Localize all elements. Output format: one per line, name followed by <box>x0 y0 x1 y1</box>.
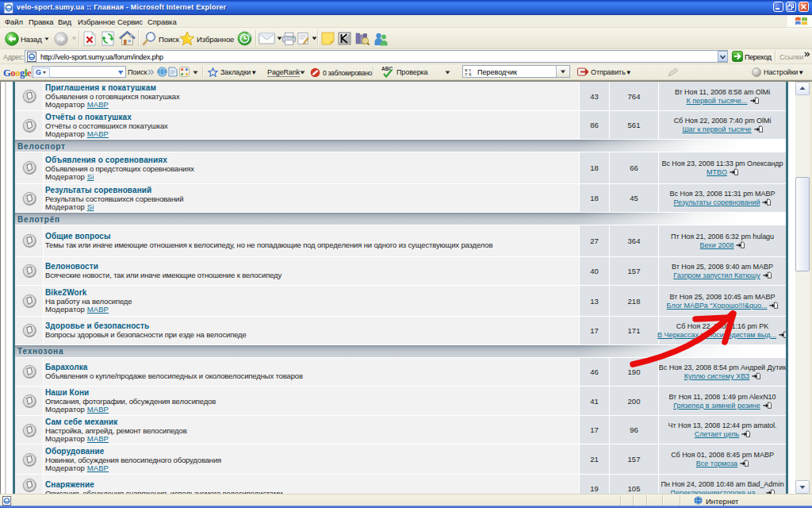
svg-text:7 б: 7 б <box>465 72 472 76</box>
